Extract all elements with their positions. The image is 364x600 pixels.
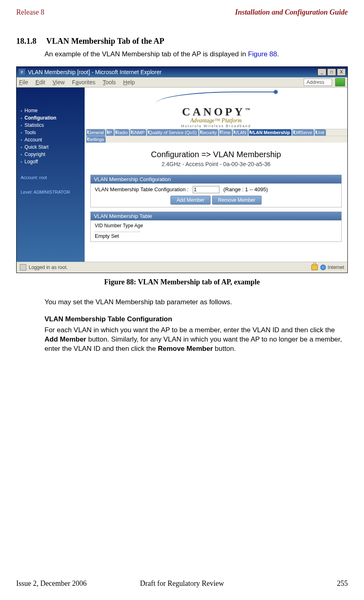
header-release: Release 8 [16,8,44,17]
config-tabs-row2: Settings [85,136,347,143]
header-doc-title: Installation and Configuration Guide [235,8,348,17]
config-page-subtitle: 2.4GHz - Access Point - 0a-00-3e-20-a5-3… [90,161,342,175]
sidebar-item-quickstart[interactable]: Quick Start [21,143,85,151]
status-zone: Internet [328,265,344,270]
menu-help[interactable]: Help [123,79,135,85]
ie-window-title: VLAN Membership [root] - Microsoft Inter… [28,69,162,75]
window-minimize-button[interactable]: _ [317,68,326,76]
vlan-table-divider: .............................. [95,228,337,233]
status-text: Logged in as root. [29,265,68,270]
tab-unit[interactable]: Unit [315,129,326,136]
panel-vlan-config-header: VLAN Membership Configuration [91,175,341,184]
add-member-button[interactable]: Add Member [170,196,211,205]
tab-security[interactable]: Security [199,129,219,136]
vlan-id-input[interactable] [193,186,219,193]
sidebar-item-logoff[interactable]: Logoff [21,158,85,165]
figure-link[interactable]: Figure 88 [248,50,277,58]
ie-app-icon: e [18,68,26,76]
menu-edit[interactable]: Edit [36,79,45,85]
sidebar-item-tools[interactable]: Tools [21,129,85,136]
tab-qos[interactable]: Quality of Service (QoS) [147,129,198,136]
section-number: 18.1.8 [16,36,36,45]
lock-icon [311,265,318,270]
brand-smallprint: Motorola Wireless Broadband [85,124,347,128]
sidebar-item-home[interactable]: Home [21,107,85,114]
panel-vlan-table: VLAN Membership Table VID Number Type Ag… [90,211,342,242]
vlan-table-columns: VID Number Type Age [95,223,337,228]
menu-view[interactable]: View [53,79,65,85]
ie-status-bar: Logged in as root. Internet [17,262,347,273]
intro-paragraph: An example of the VLAN Membership tab of… [45,50,348,59]
sidebar-item-configuration[interactable]: Configuration [21,114,85,122]
tab-settings[interactable]: Settings [86,136,106,143]
footer-page-number: 255 [337,579,348,588]
paragraph-1: You may set the VLAN Membership tab para… [45,298,348,307]
ie-menu-bar: File Edit View Favorites Tools Help Addr… [17,77,347,88]
window-close-button[interactable]: X [337,68,346,76]
menu-favorites[interactable]: Favorites [72,79,96,85]
vlan-config-label: VLAN Membership Table Configuration : [95,186,189,192]
tab-diffserve[interactable]: DiffServe [292,129,314,136]
tab-snmp[interactable]: SNMP [130,129,146,136]
menu-tools[interactable]: Tools [102,79,116,85]
vlan-table-empty: Empty Set [95,233,337,239]
main-content: CANOPY™ Advantage™ Platform Motorola Wir… [85,88,347,262]
remove-member-button[interactable]: Remove Member [212,196,262,205]
figure-screenshot: e VLAN Membership [root] - Microsoft Int… [16,66,348,273]
brand-subtitle: Advantage™ Platform [85,117,347,124]
panel-vlan-config: VLAN Membership Configuration VLAN Membe… [90,175,342,207]
tab-vlan-membership[interactable]: VLAN Membership [249,129,292,136]
sidebar-item-copyright[interactable]: Copyright [21,151,85,158]
config-tabs-row1: General IP Radio SNMP Quality of Service… [85,129,347,136]
subheading: VLAN Membership Table Configuration [45,315,348,323]
section-heading: 18.1.8VLAN Membership Tab of the AP [16,36,348,46]
ie-title-bar: e VLAN Membership [root] - Microsoft Int… [17,67,347,77]
sidebar-account-level: Level: ADMINISTRATOR [17,190,85,194]
brand-area: CANOPY™ Advantage™ Platform Motorola Wir… [85,88,347,129]
tab-radio[interactable]: Radio [115,129,130,136]
footer-draft: Draft for Regulatory Review [0,579,364,588]
sidebar-account-name: Account: root [17,175,85,180]
vlan-range-label: (Range : 1 -- 4095) [224,186,268,192]
brand-swoosh-icon [155,92,277,105]
tab-time[interactable]: Time [219,129,232,136]
brand-name: CANOPY™ [85,105,347,118]
figure-caption: Figure 88: VLAN Membership tab of AP, ex… [16,278,348,286]
tab-ip[interactable]: IP [106,129,113,136]
window-maximize-button[interactable]: □ [327,68,336,76]
tab-vlan[interactable]: VLAN [233,129,248,136]
sidebar-item-statistics[interactable]: Statistics [21,122,85,129]
panel-vlan-table-header: VLAN Membership Table [91,212,341,220]
ie-throbber-icon [335,78,345,86]
tab-general[interactable]: General [86,129,105,136]
sidebar-item-account[interactable]: Account [21,136,85,143]
section-title: VLAN Membership Tab of the AP [46,36,164,45]
address-bar[interactable]: Address [304,79,332,86]
config-page-title: Configuration => VLAN Membership [90,146,342,161]
paragraph-2: For each VLAN in which you want the AP t… [45,326,348,354]
status-page-icon [20,264,26,271]
nav-sidebar: Home Configuration Statistics Tools Acco… [17,88,85,262]
intro-text-b: . [277,50,279,58]
internet-zone-icon [320,265,326,270]
menu-file[interactable]: File [19,79,28,85]
intro-text-a: An example of the VLAN Membership tab of… [45,50,248,58]
